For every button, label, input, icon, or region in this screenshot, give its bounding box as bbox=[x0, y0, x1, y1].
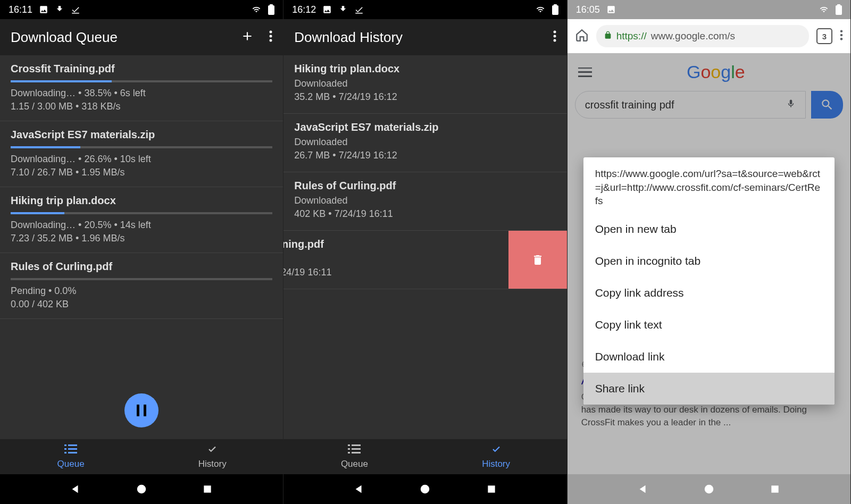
svg-rect-13 bbox=[204, 485, 211, 492]
status-line: Downloading… • 20.5% • 14s left bbox=[11, 220, 272, 231]
svg-point-34 bbox=[705, 485, 714, 494]
app-bar: Download Queue bbox=[0, 19, 283, 55]
context-menu-item[interactable]: Download link bbox=[583, 341, 835, 373]
image-icon bbox=[39, 5, 48, 14]
context-menu-item[interactable]: Open in new tab bbox=[583, 213, 835, 245]
file-name: Crossfit Training.pdf bbox=[11, 63, 272, 75]
history-item-swiped[interactable]: aining.pdf d 7/24/19 16:11 bbox=[283, 231, 566, 289]
tab-count-button[interactable]: 3 bbox=[816, 28, 832, 44]
status-time: 16:05 bbox=[576, 4, 600, 15]
download-done-icon bbox=[71, 5, 80, 14]
screen-download-history: 16:12 Download History Hiking trip plan.… bbox=[283, 0, 567, 504]
delete-button[interactable] bbox=[508, 231, 567, 289]
tab-queue-label: Queue bbox=[57, 459, 85, 469]
progress-bar bbox=[11, 212, 272, 214]
file-name: JavaScript ES7 materials.zip bbox=[11, 129, 272, 141]
svg-point-18 bbox=[553, 35, 556, 38]
bottom-tabs: Queue History bbox=[283, 439, 566, 474]
overflow-menu-button[interactable] bbox=[269, 30, 272, 45]
detail-line: 7.23 / 35.2 MB • 1.96 MB/s bbox=[11, 233, 272, 244]
svg-rect-0 bbox=[72, 13, 79, 14]
svg-rect-29 bbox=[837, 4, 840, 6]
url-bar[interactable]: https://www.google.com/s bbox=[596, 25, 809, 47]
svg-rect-27 bbox=[488, 485, 495, 492]
file-status: Downloaded bbox=[294, 137, 556, 148]
wifi-icon bbox=[535, 5, 546, 14]
history-list[interactable]: Hiking trip plan.docxDownloaded35.2 MB •… bbox=[283, 55, 566, 439]
battery-icon bbox=[268, 4, 274, 15]
nav-home-button[interactable] bbox=[134, 482, 149, 497]
check-icon bbox=[490, 444, 503, 457]
history-item-content: aining.pdf d 7/24/19 16:11 bbox=[283, 231, 508, 289]
context-menu-item[interactable]: Copy link address bbox=[583, 277, 835, 309]
app-title: Download History bbox=[294, 29, 403, 46]
overflow-menu-button[interactable] bbox=[553, 30, 556, 45]
svg-point-19 bbox=[553, 39, 556, 42]
file-name: Rules of Curling.pdf bbox=[294, 180, 556, 192]
detail-line: 1.15 / 3.00 MB • 318 KB/s bbox=[11, 101, 272, 112]
history-item[interactable]: Hiking trip plan.docxDownloaded35.2 MB •… bbox=[283, 55, 566, 114]
file-name: Hiking trip plan.docx bbox=[294, 63, 556, 75]
svg-point-31 bbox=[840, 34, 843, 37]
app-bar: Download History bbox=[283, 19, 566, 55]
file-status: d bbox=[283, 254, 497, 265]
wifi-icon bbox=[251, 5, 262, 14]
nav-recent-button[interactable] bbox=[484, 482, 499, 497]
tab-queue-label: Queue bbox=[341, 459, 368, 469]
tab-history[interactable]: History bbox=[426, 439, 567, 474]
chrome-overflow-button[interactable] bbox=[840, 29, 843, 43]
context-menu-item[interactable]: Open in incognito tab bbox=[583, 245, 835, 277]
context-menu-url: https://www.google.com/url?sa=t&source=w… bbox=[583, 157, 835, 213]
nav-back-button[interactable] bbox=[68, 482, 83, 497]
download-arrow-icon bbox=[55, 5, 64, 14]
history-item[interactable]: Rules of Curling.pdfDownloaded402 KB • 7… bbox=[283, 172, 566, 231]
queue-item[interactable]: Rules of Curling.pdfPending • 0.0%0.00 /… bbox=[0, 253, 283, 319]
queue-list[interactable]: Crossfit Training.pdfDownloading… • 38.5… bbox=[0, 55, 283, 439]
status-bar: 16:11 bbox=[0, 0, 283, 19]
nav-back-button[interactable] bbox=[352, 482, 366, 497]
screen-chrome: 16:05 https://www.google.com/s 3 Google … bbox=[568, 0, 851, 504]
nav-home-button[interactable] bbox=[418, 482, 432, 497]
svg-rect-28 bbox=[836, 5, 842, 15]
nav-home-button[interactable] bbox=[702, 482, 716, 497]
svg-point-32 bbox=[840, 38, 843, 40]
svg-rect-20 bbox=[348, 444, 350, 446]
tab-history[interactable]: History bbox=[141, 439, 283, 474]
chrome-page[interactable]: Google crossfit training pdf library.cro… bbox=[568, 53, 850, 474]
svg-rect-25 bbox=[352, 452, 361, 453]
app-title: Download Queue bbox=[11, 29, 118, 46]
svg-rect-7 bbox=[68, 444, 77, 446]
nav-recent-button[interactable] bbox=[767, 482, 782, 497]
file-meta: 7/24/19 16:11 bbox=[283, 267, 497, 278]
chrome-home-button[interactable] bbox=[575, 28, 589, 44]
queue-item[interactable]: JavaScript ES7 materials.zipDownloading…… bbox=[0, 121, 283, 187]
detail-line: 0.00 / 402 KB bbox=[11, 299, 272, 310]
tab-queue[interactable]: Queue bbox=[283, 439, 425, 474]
context-menu-item[interactable]: Copy link text bbox=[583, 309, 835, 341]
svg-point-26 bbox=[421, 485, 430, 494]
image-icon bbox=[606, 5, 616, 14]
svg-rect-11 bbox=[68, 452, 77, 453]
history-item[interactable]: JavaScript ES7 materials.zipDownloaded26… bbox=[283, 114, 566, 172]
context-menu-item[interactable]: Share link bbox=[583, 373, 835, 405]
nav-recent-button[interactable] bbox=[200, 482, 215, 497]
nav-back-button[interactable] bbox=[636, 482, 650, 497]
file-status: Downloaded bbox=[294, 195, 556, 206]
queue-item[interactable]: Hiking trip plan.docxDownloading… • 20.5… bbox=[0, 187, 283, 253]
context-menu: https://www.google.com/url?sa=t&source=w… bbox=[583, 157, 835, 405]
pause-all-fab[interactable] bbox=[124, 393, 158, 427]
lock-icon bbox=[604, 30, 612, 43]
tab-queue[interactable]: Queue bbox=[0, 439, 141, 474]
add-button[interactable] bbox=[240, 29, 254, 45]
svg-rect-10 bbox=[64, 452, 66, 453]
status-bar: 16:05 bbox=[568, 0, 850, 19]
url-rest: www.google.com/s bbox=[651, 30, 735, 42]
android-nav-bar bbox=[283, 474, 566, 504]
android-nav-bar bbox=[0, 474, 283, 504]
progress-bar bbox=[11, 80, 272, 82]
tab-history-label: History bbox=[198, 459, 227, 469]
file-name: Hiking trip plan.docx bbox=[11, 195, 272, 207]
svg-point-17 bbox=[553, 31, 556, 33]
svg-rect-16 bbox=[554, 4, 557, 6]
queue-item[interactable]: Crossfit Training.pdfDownloading… • 38.5… bbox=[0, 55, 283, 121]
